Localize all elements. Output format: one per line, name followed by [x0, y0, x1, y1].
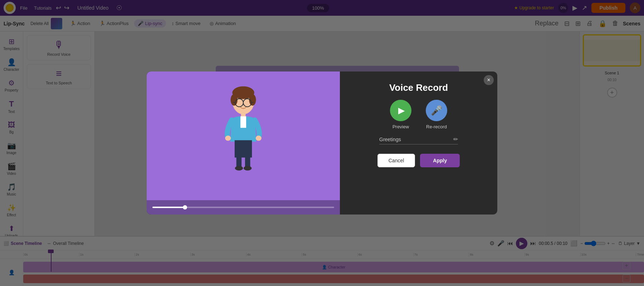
modal-character-svg: [220, 84, 267, 173]
progress-dot: [183, 205, 187, 209]
preview-action: ▶ Preview: [390, 100, 411, 129]
rerecord-button[interactable]: 🎤: [426, 100, 447, 121]
rerecord-action: 🎤 Re-record: [426, 100, 447, 129]
microphone-icon: 🎤: [431, 105, 442, 116]
svg-point-34: [256, 135, 262, 141]
modal-video-panel: [147, 72, 340, 214]
progress-fill: [152, 207, 185, 208]
modal-title: Voice Record: [389, 82, 448, 93]
svg-point-33: [225, 135, 231, 141]
svg-point-32: [244, 166, 252, 171]
preview-button[interactable]: ▶: [390, 100, 411, 121]
voice-name-input[interactable]: [379, 137, 450, 142]
progress-track[interactable]: [152, 207, 334, 208]
svg-rect-29: [236, 156, 242, 168]
apply-button[interactable]: Apply: [420, 154, 460, 167]
modal-buttons: Cancel Apply: [377, 154, 460, 167]
modal-name-row: ✏: [379, 136, 458, 144]
modal-actions: ▶ Preview 🎤 Re-record: [390, 100, 447, 129]
rerecord-label: Re-record: [426, 124, 447, 129]
modal-progress-bar: [147, 200, 340, 214]
modal-video-content: [147, 72, 340, 186]
svg-point-31: [235, 166, 243, 171]
play-icon: ▶: [398, 105, 405, 115]
svg-rect-27: [240, 116, 246, 128]
preview-label: Preview: [392, 124, 409, 129]
modal-close-button[interactable]: ×: [484, 75, 494, 85]
svg-rect-30: [245, 156, 250, 168]
edit-name-icon[interactable]: ✏: [453, 136, 458, 143]
voice-record-modal: ×: [147, 72, 497, 214]
cancel-button[interactable]: Cancel: [377, 154, 415, 167]
modal-content: Voice Record ▶ Preview 🎤 Re-record: [340, 72, 497, 214]
svg-rect-28: [235, 140, 252, 157]
modal-overlay: ×: [0, 0, 644, 286]
